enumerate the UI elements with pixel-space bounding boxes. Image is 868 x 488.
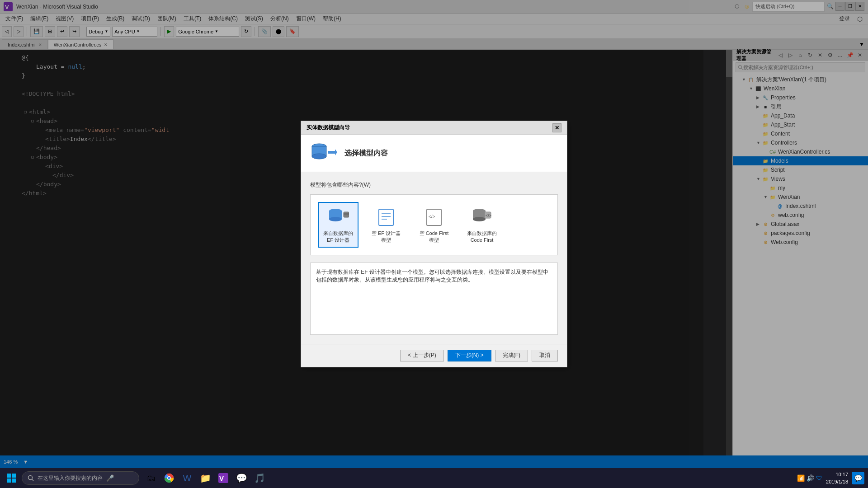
svg-point-6 bbox=[312, 154, 326, 159]
svg-rect-26 bbox=[7, 474, 11, 478]
systray-shield-icon: 🛡 bbox=[816, 474, 822, 482]
start-button[interactable] bbox=[4, 470, 20, 486]
taskbar-app-media[interactable]: 🎵 bbox=[251, 470, 268, 486]
taskbar-app-wechat[interactable]: 💬 bbox=[233, 470, 250, 486]
taskbar: 在这里输入你要搜索的内容 🎤 🗂 W 📁 bbox=[0, 468, 868, 488]
taskbar-search-icon bbox=[28, 475, 34, 481]
option-empty-codefirst-label: 空 Code First模型 bbox=[420, 230, 449, 243]
taskbar-search-text: 在这里输入你要搜索的内容 bbox=[38, 474, 103, 482]
dialog-description: 基于现有数据库在 EF 设计器中创建一个模型。您可以选择数据库连接、模型设置以及… bbox=[310, 263, 558, 335]
option-ef-from-db-label: 来自数据库的EF 设计器 bbox=[323, 230, 353, 243]
option-empty-ef[interactable]: 空 EF 设计器模型 bbox=[366, 202, 406, 248]
codefirst-from-db-icon: </> bbox=[471, 206, 493, 228]
dialog-footer: < 上一步(P) 下一步(N) > 完成(F) 取消 bbox=[301, 344, 567, 367]
taskbar-mic-icon[interactable]: 🎤 bbox=[106, 474, 114, 482]
dialog-body: 模型将包含哪些内容?(W) bbox=[301, 172, 567, 344]
svg-text:V: V bbox=[219, 474, 224, 482]
cancel-button[interactable]: 取消 bbox=[532, 350, 558, 361]
entity-data-model-wizard: 实体数据模型向导 ✕ 选择模型内容 模型将包含哪些内容?(W) bbox=[301, 121, 567, 367]
taskbar-search[interactable]: 在这里输入你要搜索的内容 🎤 bbox=[22, 471, 139, 485]
option-ef-from-db[interactable]: 来自数据库的EF 设计器 bbox=[318, 202, 359, 248]
taskbar-apps: 🗂 W 📁 V 💬 bbox=[143, 470, 268, 486]
taskbar-clock: 10:17 2019/1/18 bbox=[826, 471, 848, 486]
svg-point-30 bbox=[28, 476, 33, 480]
svg-rect-28 bbox=[7, 479, 11, 483]
dialog-db-icon bbox=[310, 142, 337, 164]
dialog-header: 选择模型内容 bbox=[301, 135, 567, 172]
empty-codefirst-icon: </> bbox=[423, 206, 445, 228]
dialog-header-text: 选择模型内容 bbox=[344, 149, 388, 158]
taskbar-app-files[interactable]: 📁 bbox=[197, 470, 213, 486]
taskbar-app-vs[interactable]: V bbox=[215, 470, 231, 486]
option-codefirst-from-db[interactable]: </> 来自数据库的Code First bbox=[462, 202, 502, 248]
svg-text:</>: </> bbox=[429, 214, 435, 219]
dialog-title-bar: 实体数据模型向导 ✕ bbox=[301, 121, 567, 135]
option-codefirst-from-db-label: 来自数据库的Code First bbox=[467, 230, 497, 243]
taskbar-right: 📶 🔊 🛡 10:17 2019/1/18 💬 bbox=[797, 471, 864, 486]
taskbar-systray: 📶 🔊 🛡 bbox=[797, 474, 822, 482]
finish-button[interactable]: 完成(F) bbox=[495, 350, 528, 361]
svg-text:</>: </> bbox=[486, 213, 491, 218]
dialog-overlay: 实体数据模型向导 ✕ 选择模型内容 模型将包含哪些内容?(W) bbox=[0, 0, 868, 488]
dialog-close-button[interactable]: ✕ bbox=[552, 123, 561, 132]
taskbar-app-explorer[interactable]: 🗂 bbox=[143, 470, 159, 486]
prev-button[interactable]: < 上一步(P) bbox=[400, 350, 443, 361]
taskbar-notification-button[interactable]: 💬 bbox=[852, 472, 864, 484]
taskbar-app-word[interactable]: W bbox=[179, 470, 195, 486]
systray-volume-icon: 🔊 bbox=[807, 474, 814, 482]
svg-marker-7 bbox=[328, 149, 337, 155]
empty-ef-icon bbox=[375, 206, 397, 228]
option-empty-ef-label: 空 EF 设计器模型 bbox=[372, 230, 401, 243]
next-button[interactable]: 下一步(N) > bbox=[448, 350, 491, 361]
taskbar-app-chrome[interactable] bbox=[161, 470, 177, 486]
systray-network-icon: 📶 bbox=[797, 474, 805, 482]
svg-point-10 bbox=[329, 217, 342, 221]
svg-point-34 bbox=[168, 477, 170, 479]
model-options: 来自数据库的EF 设计器 空 EF 设计器模型 bbox=[310, 194, 558, 255]
svg-line-31 bbox=[32, 479, 34, 481]
svg-rect-29 bbox=[12, 479, 16, 483]
ef-from-db-icon bbox=[327, 206, 349, 228]
dialog-question: 模型将包含哪些内容?(W) bbox=[310, 181, 558, 189]
svg-point-23 bbox=[473, 217, 486, 221]
svg-rect-27 bbox=[12, 474, 16, 478]
option-empty-codefirst[interactable]: </> 空 Code First模型 bbox=[414, 202, 454, 248]
svg-rect-15 bbox=[379, 209, 393, 225]
